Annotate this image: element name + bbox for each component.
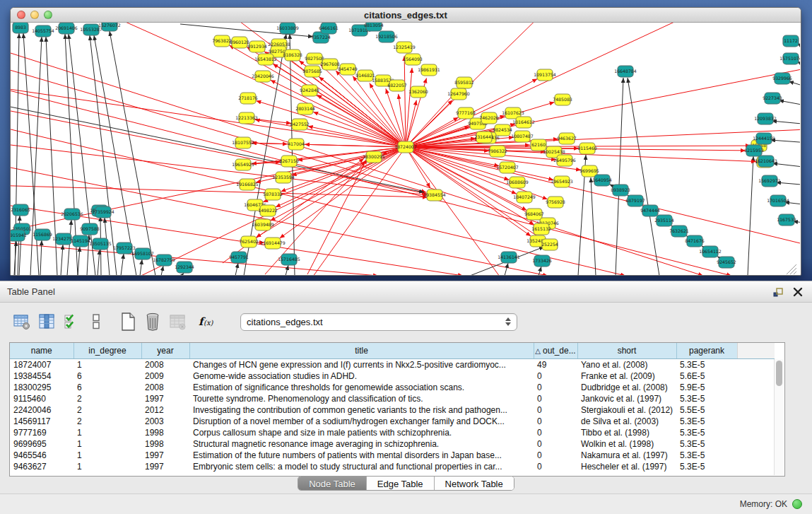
graph-node[interactable]: 15751074: [779, 53, 800, 64]
select-all-icon[interactable]: [61, 312, 82, 332]
graph-node[interactable]: 8983: [13, 23, 28, 33]
table-cell[interactable]: 18724007: [10, 358, 73, 370]
table-cell[interactable]: 18300295: [10, 382, 73, 393]
network-window[interactable]: citations_edges.txt 18724007796382289601…: [10, 7, 801, 276]
graph-node[interactable]: 9756928: [546, 197, 565, 208]
table-row[interactable]: 1830029562008Estimation of significance …: [10, 382, 775, 393]
table-cell[interactable]: Changes of HCN gene expression and I(f) …: [189, 358, 534, 370]
graph-node[interactable]: 1292344: [175, 262, 194, 273]
graph-node[interactable]: 10164612: [512, 117, 535, 128]
table-row[interactable]: 977716911998Corpus callosum shape and si…: [10, 427, 775, 438]
table-cell[interactable]: 6: [73, 382, 141, 393]
graph-node[interactable]: 6879197: [625, 195, 645, 206]
table-cell[interactable]: Tourette syndrome. Phenomenology and cla…: [189, 393, 534, 404]
graph-node[interactable]: 116914479: [260, 238, 285, 249]
table-cell[interactable]: 5.3E-5: [676, 461, 737, 472]
graph-node[interactable]: 19654925: [232, 159, 254, 170]
table-cell[interactable]: 9115460: [10, 393, 73, 404]
table-row[interactable]: 969969511998Structural magnetic resonanc…: [10, 438, 775, 450]
graph-node[interactable]: 18107552: [232, 137, 254, 148]
table-cell[interactable]: 0: [534, 404, 577, 416]
graph-node[interactable]: 14055754: [32, 25, 54, 37]
graph-node[interactable]: 18724007: [394, 141, 417, 153]
graph-node[interactable]: 8454749: [338, 64, 358, 75]
graph-node[interactable]: 7462026: [479, 112, 499, 124]
table-cell[interactable]: Yano et al. (2008): [577, 358, 676, 370]
graph-node[interactable]: 2316065: [11, 204, 30, 216]
table-cell[interactable]: 9699695: [10, 438, 73, 450]
graph-node[interactable]: 18407249: [513, 192, 536, 203]
table-cell[interactable]: 0: [534, 416, 577, 427]
graph-node[interactable]: 2935114: [654, 215, 674, 226]
graph-node[interactable]: 1145194: [71, 235, 90, 247]
graph-node[interactable]: 2718176: [238, 93, 258, 104]
table-cell[interactable]: 5.3E-5: [676, 393, 737, 404]
graph-node[interactable]: 1498222: [258, 205, 278, 216]
table-cell[interactable]: 5.5E-5: [676, 404, 737, 416]
graph-node[interactable]: 8186328: [283, 49, 302, 61]
graph-node[interactable]: 12213363: [235, 112, 258, 124]
graph-node[interactable]: 1156869: [33, 229, 52, 240]
table-settings-icon[interactable]: [11, 312, 33, 332]
column-header-year[interactable]: year: [141, 343, 189, 358]
table-cell[interactable]: 5.3E-5: [676, 427, 737, 438]
table-row[interactable]: 2242004622012Investigating the contribut…: [10, 404, 775, 416]
table-cell[interactable]: Investigating the contribution of common…: [189, 404, 534, 416]
graph-node[interactable]: 15692971: [758, 175, 781, 187]
graph-node[interactable]: 7963822: [212, 35, 232, 47]
graph-node[interactable]: 2967608: [320, 59, 340, 70]
table-row[interactable]: 946362711997Embryonic stem cells: a mode…: [10, 461, 775, 472]
graph-node[interactable]: 17359924: [92, 206, 114, 218]
table-cell[interactable]: Corpus callosum shape and size in male p…: [189, 427, 534, 438]
graph-node[interactable]: 6466161: [319, 23, 339, 34]
table-cell[interactable]: 5.6E-5: [676, 370, 737, 382]
table-cell[interactable]: 1: [73, 358, 141, 370]
graph-node[interactable]: 7986322: [488, 146, 507, 157]
table-cell[interactable]: Embryonic stem cells: a model to study s…: [189, 461, 534, 472]
table-cell[interactable]: 1998: [141, 438, 189, 450]
graph-node[interactable]: 9227343: [763, 93, 782, 104]
graph-node[interactable]: 417004: [288, 139, 305, 150]
table-cell[interactable]: 2003: [141, 416, 189, 427]
window-minimize-button[interactable]: [30, 11, 39, 19]
tab-node-table[interactable]: Node Table: [298, 477, 366, 490]
network-window-titlebar[interactable]: citations_edges.txt: [11, 8, 801, 23]
graph-node[interactable]: 9875685: [302, 66, 322, 77]
float-panel-icon[interactable]: [771, 286, 785, 298]
graph-node[interactable]: 13505135: [89, 238, 112, 250]
table-cell[interactable]: 1998: [141, 427, 189, 438]
table-scrollbar[interactable]: [774, 359, 784, 475]
graph-node[interactable]: 8912934: [247, 41, 267, 52]
column-header-title[interactable]: title: [189, 343, 534, 358]
new-table-icon[interactable]: [117, 312, 139, 332]
graph-node[interactable]: 8938923: [611, 185, 630, 196]
column-header-short[interactable]: short: [577, 343, 676, 358]
table-cell[interactable]: 1: [73, 438, 141, 450]
function-builder-icon[interactable]: f (x): [197, 312, 218, 332]
table-row[interactable]: 1456911722003Disruption of a novel membe…: [10, 416, 775, 427]
graph-node[interactable]: 16543812: [254, 54, 277, 65]
table-cell[interactable]: 0: [534, 427, 577, 438]
column-header-name[interactable]: name: [10, 343, 73, 358]
graph-node[interactable]: 15716485: [278, 254, 300, 265]
graph-node[interactable]: 19166825: [236, 179, 259, 190]
graph-node[interactable]: 7625402: [239, 236, 259, 247]
graph-node[interactable]: 8471676: [685, 235, 705, 247]
table-cell[interactable]: Estimation of the future numbers of pati…: [189, 450, 534, 461]
table-cell[interactable]: 2: [73, 416, 141, 427]
graph-node[interactable]: 6822057: [387, 80, 407, 91]
graph-node[interactable]: 2803144: [295, 103, 315, 115]
graph-node[interactable]: 12444158: [753, 133, 775, 144]
graph-node[interactable]: 1362060: [408, 86, 428, 98]
node-table[interactable]: namein_degreeyeartitle△out_de...shortpag…: [9, 342, 785, 477]
row-height-icon[interactable]: [86, 312, 107, 332]
graph-node[interactable]: 14136141: [498, 252, 520, 263]
graph-node[interactable]: 9463627: [557, 133, 577, 144]
table-cell[interactable]: 0: [534, 370, 577, 382]
table-selector-dropdown[interactable]: citations_edges.txt: [240, 313, 517, 331]
table-cell[interactable]: 1997: [141, 461, 189, 472]
table-cell[interactable]: 2: [73, 393, 141, 404]
graph-node[interactable]: 23420046: [252, 71, 274, 82]
graph-node[interactable]: 9474444: [640, 205, 660, 216]
table-cell[interactable]: 1: [73, 450, 141, 461]
